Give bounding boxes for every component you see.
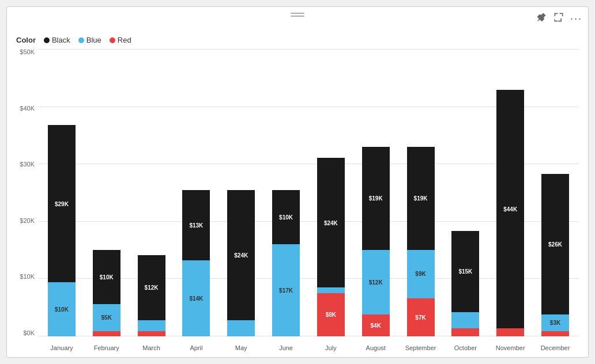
bar-stack: $12K	[138, 255, 165, 336]
bar-group: $24K	[220, 49, 262, 336]
bar-segment-black: $13K	[182, 190, 210, 260]
bar-label-red: $8K	[317, 312, 345, 318]
bar-group: $3K$26K	[534, 49, 577, 336]
x-axis-label: May	[220, 344, 262, 351]
bar-group: $14K$13K	[175, 49, 217, 336]
y-axis-label: $50K	[16, 49, 38, 55]
bar-stack: $4K$12K$19K	[362, 147, 390, 336]
chart-inner: $0K$10K$20K$30K$40K$50K $10K$29K$5K$10K$…	[16, 49, 579, 352]
y-axis-label: $40K	[16, 105, 38, 112]
bar-segment-black: $29K	[48, 125, 76, 282]
bar-group: $7K$9K$19K	[400, 49, 442, 336]
bar-stack: $24K	[227, 190, 255, 336]
bar-segment-red	[541, 331, 569, 336]
bar-group: $8K$24K	[310, 49, 352, 336]
bar-segment-red: $8K	[317, 293, 345, 336]
pin-icon[interactable]	[536, 12, 547, 25]
bar-segment-blue: $3K	[541, 314, 569, 331]
bar-segment-black: $19K	[362, 147, 390, 250]
bar-label-black: $26K	[541, 241, 569, 248]
more-options-icon[interactable]: ···	[570, 13, 582, 25]
bar-group: $5K$10K	[85, 49, 128, 336]
legend: Color Black Blue Red	[16, 36, 579, 44]
y-axis-label: $30K	[16, 161, 38, 168]
legend-dot-red	[110, 37, 115, 43]
bar-segment-blue	[227, 320, 255, 336]
x-axis-label: November	[489, 344, 532, 351]
x-axis-label: June	[265, 344, 307, 351]
bar-segment-blue: $5K	[93, 304, 120, 331]
y-axis-label: $10K	[16, 274, 38, 280]
bar-label-blue: $5K	[93, 314, 120, 321]
bars-container: $10K$29K$5K$10K$12K$14K$13K$24K$17K$10K$…	[38, 49, 579, 352]
legend-dot-black	[44, 37, 50, 43]
bar-segment-black: $12K	[138, 255, 165, 320]
bar-label-black: $19K	[362, 195, 390, 202]
bar-segment-blue: $14K	[182, 260, 210, 336]
bar-segment-black: $26K	[541, 174, 569, 314]
x-axis-label: March	[130, 344, 173, 351]
bar-label-black: $15K	[451, 268, 479, 275]
bar-stack: $7K$9K$19K	[407, 147, 435, 336]
x-labels: JanuaryFebruaryMarchAprilMayJuneJulyAugu…	[38, 344, 579, 351]
bar-label-black: $24K	[317, 219, 345, 226]
legend-item-black: Black	[44, 36, 70, 44]
legend-label-black: Black	[52, 36, 70, 44]
bar-label-black: $44K	[496, 206, 524, 213]
x-axis-label: July	[310, 344, 352, 351]
bar-segment-blue: $10K	[48, 282, 76, 336]
bar-segment-blue	[317, 287, 345, 293]
bar-stack: $15K	[451, 231, 479, 336]
bar-label-blue: $14K	[182, 295, 210, 302]
bar-segment-red: $4K	[362, 314, 390, 336]
bar-segment-black: $44K	[496, 90, 524, 328]
bar-group: $17K$10K	[265, 49, 307, 336]
bar-group: $10K$29K	[40, 49, 83, 336]
bar-group: $4K$12K$19K	[355, 49, 397, 336]
bar-label-black: $29K	[48, 200, 76, 207]
expand-icon[interactable]	[553, 12, 564, 25]
bar-label-black: $10K	[93, 274, 120, 280]
legend-item-red: Red	[110, 36, 131, 44]
bar-segment-red	[93, 331, 120, 336]
y-axis: $0K$10K$20K$30K$40K$50K	[16, 49, 38, 352]
legend-color-label: Color	[16, 36, 36, 44]
bar-stack: $5K$10K	[93, 250, 120, 336]
x-axis-label: February	[85, 344, 128, 351]
bars-row: $10K$29K$5K$10K$12K$14K$13K$24K$17K$10K$…	[38, 49, 579, 352]
bar-stack: $8K$24K	[317, 158, 345, 336]
y-axis-label: $20K	[16, 218, 38, 224]
bar-group: $44K	[489, 49, 532, 336]
bar-label-blue: $9K	[407, 271, 435, 277]
chart-card: ··· Color Black Blue Red $0K$10K$20K$30K…	[6, 6, 589, 358]
x-axis-label: December	[534, 344, 577, 351]
bar-stack: $10K$29K	[48, 125, 76, 336]
bar-segment-red	[496, 328, 524, 336]
bar-stack: $14K$13K	[182, 190, 210, 336]
bar-segment-black: $15K	[451, 231, 479, 312]
bar-segment-black: $24K	[317, 158, 345, 288]
bar-segment-blue: $9K	[407, 250, 435, 299]
bar-stack: $44K	[496, 90, 524, 336]
bar-segment-red: $7K	[407, 298, 435, 336]
bar-label-blue: $3K	[541, 320, 569, 326]
bar-label-black: $19K	[407, 195, 435, 202]
legend-label-blue: Blue	[86, 36, 101, 44]
bar-label-blue: $10K	[48, 306, 76, 313]
x-axis-label: September	[400, 344, 442, 351]
bar-segment-black: $10K	[272, 190, 300, 244]
bar-group: $12K	[130, 49, 173, 336]
x-axis-label: April	[175, 344, 217, 351]
bar-segment-blue: $12K	[362, 250, 390, 315]
bar-segment-blue	[138, 320, 165, 331]
toolbar: ···	[536, 12, 582, 25]
bar-label-black: $13K	[182, 222, 210, 229]
x-axis-label: October	[444, 344, 487, 351]
bar-label-black: $24K	[227, 252, 255, 259]
drag-handle[interactable]	[291, 13, 304, 17]
bar-label-blue: $12K	[362, 279, 390, 286]
legend-label-red: Red	[118, 36, 131, 44]
bar-label-blue: $17K	[272, 287, 300, 294]
bar-label-red: $7K	[407, 314, 435, 321]
bar-segment-black: $19K	[407, 147, 435, 250]
